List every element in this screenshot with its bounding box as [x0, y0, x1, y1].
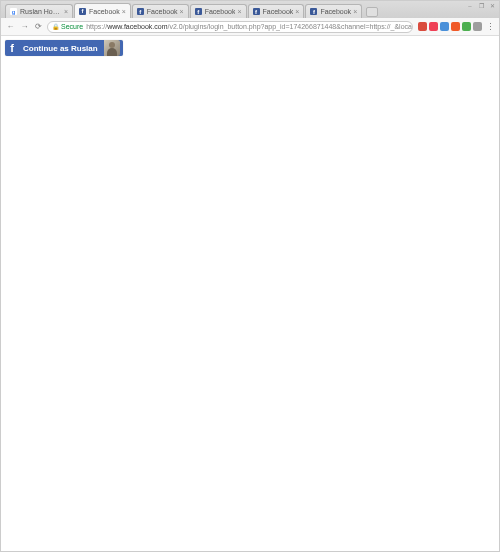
- back-button[interactable]: ←: [5, 21, 16, 32]
- tab-close-icon[interactable]: ×: [122, 8, 126, 15]
- window-close[interactable]: ✕: [487, 2, 497, 10]
- ext-adblock-icon[interactable]: [451, 22, 460, 31]
- favicon-icon: f: [253, 8, 260, 15]
- avatar: [104, 40, 120, 56]
- favicon-icon: f: [310, 8, 317, 15]
- url-host: www.facebook.com: [107, 23, 167, 30]
- ext-gray-icon[interactable]: [473, 22, 482, 31]
- page-content: f Continue as Ruslan: [1, 36, 499, 551]
- window-controls: – ❐ ✕: [465, 2, 497, 10]
- ext-green-icon[interactable]: [462, 22, 471, 31]
- tab-title: Facebook: [89, 8, 120, 15]
- address-bar[interactable]: 🔒 Secure https:// www.facebook.com /v2.0…: [47, 21, 413, 33]
- window-maximize[interactable]: ❐: [476, 2, 486, 10]
- tab-title: Ruslan Honkin: [20, 8, 62, 15]
- tab-title: Facebook: [263, 8, 294, 15]
- favicon-icon: g: [10, 8, 17, 15]
- ext-red-icon[interactable]: [418, 22, 427, 31]
- tab-4[interactable]: fFacebook×: [248, 4, 305, 18]
- tab-0[interactable]: gRuslan Honkin×: [5, 4, 73, 18]
- tab-close-icon[interactable]: ×: [353, 8, 357, 15]
- favicon-icon: f: [137, 8, 144, 15]
- tab-title: Facebook: [205, 8, 236, 15]
- facebook-continue-button[interactable]: f Continue as Ruslan: [5, 40, 123, 56]
- new-tab-button[interactable]: [366, 7, 378, 17]
- tab-title: Facebook: [147, 8, 178, 15]
- secure-indicator: 🔒 Secure: [52, 23, 83, 30]
- tab-5[interactable]: fFacebook×: [305, 4, 362, 18]
- tab-close-icon[interactable]: ×: [64, 8, 68, 15]
- tab-2[interactable]: fFacebook×: [132, 4, 189, 18]
- tab-3[interactable]: fFacebook×: [190, 4, 247, 18]
- url-path: /v2.0/plugins/login_button.php?app_id=17…: [168, 23, 413, 30]
- tab-close-icon[interactable]: ×: [237, 8, 241, 15]
- facebook-continue-label: Continue as Ruslan: [19, 44, 102, 53]
- ext-pocket-icon[interactable]: [429, 22, 438, 31]
- reload-button[interactable]: ⟳: [33, 21, 44, 32]
- ext-blue-icon[interactable]: [440, 22, 449, 31]
- facebook-icon: f: [5, 40, 19, 56]
- tab-strip: gRuslan Honkin×fFacebook×fFacebook×fFace…: [1, 1, 499, 18]
- tab-1[interactable]: fFacebook×: [74, 3, 131, 18]
- tab-title: Facebook: [320, 8, 351, 15]
- tab-close-icon[interactable]: ×: [295, 8, 299, 15]
- url-scheme: https://: [86, 23, 107, 30]
- tab-close-icon[interactable]: ×: [180, 8, 184, 15]
- favicon-icon: f: [79, 8, 86, 15]
- menu-button[interactable]: ⋮: [485, 22, 495, 32]
- lock-icon: 🔒: [52, 23, 59, 30]
- favicon-icon: f: [195, 8, 202, 15]
- browser-window: gRuslan Honkin×fFacebook×fFacebook×fFace…: [0, 0, 500, 552]
- window-minimize[interactable]: –: [465, 2, 475, 10]
- forward-button[interactable]: →: [19, 21, 30, 32]
- toolbar: ← → ⟳ 🔒 Secure https:// www.facebook.com…: [1, 18, 499, 36]
- extension-icons: [416, 22, 482, 31]
- secure-label: Secure: [61, 23, 83, 30]
